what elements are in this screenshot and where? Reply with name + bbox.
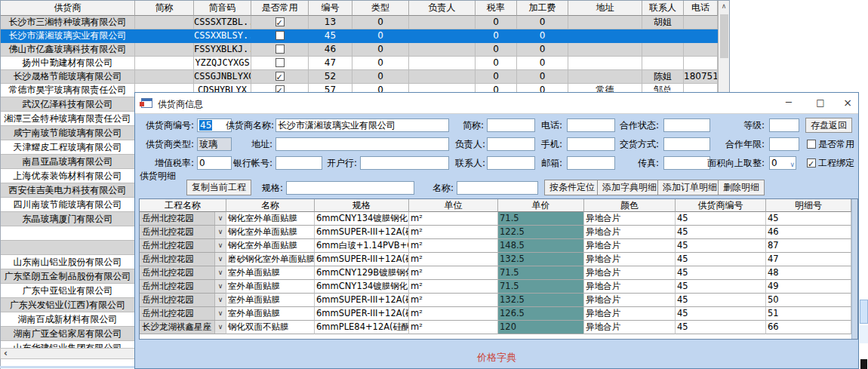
supplier-list-item[interactable]: 山东南山铝业股份有限公司 — [1, 255, 134, 269]
coop-status-field[interactable] — [663, 118, 710, 132]
column-header[interactable]: 是否常用 — [251, 1, 309, 16]
area-round-up-select[interactable]: 0∨ — [769, 156, 796, 170]
detail-row[interactable]: 岳州北控花园∨ 室外单面贴膜 6mmCNY129B镀膜钢化 m² 71.5 异地… — [140, 266, 857, 280]
supplier-row[interactable]: 长沙市三湘特种玻璃有限公司 CSSSXTZBL... 13 0 0 0 胡姐 — [1, 16, 729, 29]
common-checkbox[interactable] — [275, 72, 285, 81]
detail-price-cell[interactable]: 120 — [498, 321, 584, 334]
supplier-list-item[interactable] — [1, 226, 134, 241]
locate-by-condition-button[interactable]: 按条件定位 — [544, 180, 600, 195]
common-checkbox[interactable] — [275, 58, 285, 67]
common-checkbox[interactable] — [275, 17, 285, 26]
grade-field[interactable] — [769, 118, 799, 132]
supplier-list-item[interactable]: 西安佳吉美电力科技有限公司 — [1, 183, 134, 198]
detail-column-header[interactable]: 名称 — [226, 199, 315, 212]
vertical-scrollbar[interactable]: ∧ — [718, 1, 729, 97]
chevron-down-icon[interactable]: ∨ — [214, 307, 226, 320]
supplier-list-item[interactable]: 南昌亚晶玻璃有限公司 — [1, 155, 134, 169]
detail-price-cell[interactable]: 148.5 — [498, 239, 584, 253]
delete-detail-button[interactable]: 删除明细 — [718, 180, 765, 195]
delivery-mode-field[interactable] — [663, 137, 710, 151]
save-return-button[interactable]: 存盘返回 — [805, 118, 852, 133]
supplier-list-item[interactable]: 上海优泰装饰材料有限公司 — [1, 169, 134, 183]
supplier-list-item[interactable]: 湖南百成新材料有限公司 — [1, 312, 134, 327]
detail-row[interactable]: 岳州北控花园∨ 室外单面贴膜 6mmSUPER-III+12A(硅... m² … — [140, 307, 857, 321]
detail-column-header[interactable]: 工程名称 — [140, 199, 226, 212]
bank-account-field[interactable] — [275, 156, 322, 170]
detail-row[interactable]: 长沙龙湖祺鑫星座∨ 钢化双面不贴膜 6mmPLE84+12A(硅酮胶... m²… — [140, 321, 857, 334]
common-use-option[interactable]: 是否常用 — [807, 137, 854, 151]
supplier-list-item[interactable]: 东晶玻璃厦门有限公司 — [1, 212, 134, 226]
supplier-row[interactable]: 佛山市亿鑫玻璃科技有限公司 FSSYXBLKJ... 46 0 0 0 — [1, 43, 729, 57]
column-header[interactable]: 类型 — [352, 1, 409, 16]
name-filter-input[interactable] — [457, 181, 538, 195]
supplier-list-item[interactable]: 武汉亿泽科技有限公司 — [1, 97, 134, 112]
scroll-up-icon[interactable]: ∧ — [719, 1, 729, 11]
add-dict-detail-button[interactable]: 添加字典明细 — [597, 180, 662, 195]
chevron-down-icon[interactable]: ∨ — [214, 239, 226, 252]
short-name-field[interactable] — [487, 118, 535, 132]
detail-price-cell[interactable]: 71.5 — [498, 266, 584, 280]
column-header[interactable]: 编号 — [309, 1, 352, 16]
manager-field[interactable] — [487, 137, 535, 151]
minimize-icon[interactable]: ─ — [777, 93, 801, 114]
common-checkbox[interactable] — [275, 45, 285, 54]
chevron-down-icon[interactable]: ∨ — [214, 266, 226, 279]
column-header[interactable]: 供货商 — [1, 1, 135, 16]
detail-scrollbar[interactable] — [851, 199, 857, 339]
supplier-name-field[interactable]: 长沙市潇湘玻璃实业有限公司 — [275, 118, 449, 132]
detail-row[interactable]: 岳州北控花园∨ 磨砂钢化室外单面贴膜 6mmSUPER-III+12A(硅...… — [140, 253, 857, 266]
supplier-list-item[interactable]: 湖南广亚全铝家居有限公司 — [1, 327, 134, 341]
dialog-titlebar[interactable]: 供货商信息 ─ □ × — [135, 93, 858, 114]
supplier-list-item[interactable]: 广东兴发铝业(江西)有限公司 — [1, 298, 134, 312]
project-bind-checkbox[interactable] — [807, 158, 816, 168]
detail-column-header[interactable]: 规格 — [315, 199, 409, 212]
close-icon[interactable]: × — [836, 93, 859, 114]
detail-column-header[interactable]: 单价 — [498, 199, 584, 212]
address-field[interactable] — [275, 137, 449, 151]
column-header[interactable]: 负责人 — [409, 1, 476, 16]
supplier-list-item[interactable] — [1, 241, 134, 255]
detail-row[interactable]: 岳州北控花园∨ 钢化室外单面贴膜 6mmCNY134镀膜钢化 m² 71.5 异… — [140, 212, 857, 226]
supplier-list-item[interactable]: 四川南玻节能玻璃有限公司 — [1, 198, 134, 212]
detail-price-cell[interactable]: 71.5 — [498, 212, 584, 226]
project-combo[interactable]: 岳州北控花园∨ — [140, 212, 226, 226]
scrollbar-thumb[interactable] — [720, 14, 728, 58]
supplier-row[interactable]: 长沙市潇湘玻璃实业有限公司 CSSXXBLSY... 45 0 0 0 — [1, 29, 729, 43]
maximize-icon[interactable]: □ — [808, 93, 833, 114]
column-header[interactable]: 简音码 — [194, 1, 251, 16]
add-order-detail-button[interactable]: 添加订单明细 — [657, 180, 722, 195]
coop-years-field[interactable] — [769, 137, 799, 151]
chevron-down-icon[interactable]: ∨ — [214, 321, 226, 334]
project-bind-option[interactable]: 工程绑定 — [807, 156, 854, 170]
supplier-row[interactable]: 长沙晟格节能玻璃有限公司 CSSGJNBLYXGS 52 0 0 0 陈姐 18… — [1, 70, 729, 84]
detail-column-header[interactable]: 明细号 — [766, 199, 851, 212]
scroll-left-icon[interactable]: ‹ — [4, 349, 8, 358]
column-header[interactable]: 联系人 — [642, 1, 684, 16]
spec-filter-input[interactable] — [286, 181, 414, 195]
detail-row[interactable]: 岳州北控花园∨ 室外单面贴膜 6mmSUPER-III+12A(硅... m² … — [140, 294, 857, 307]
detail-price-cell[interactable]: 132.5 — [498, 294, 584, 307]
detail-row[interactable]: 岳州北控花园∨ 室外单面贴膜 6mmCNY134镀膜钢化 m² 71.5 异地合… — [140, 280, 857, 294]
bank-branch-field[interactable] — [360, 156, 449, 170]
fax-field[interactable] — [663, 156, 710, 170]
column-header[interactable]: 简称 — [135, 1, 194, 16]
detail-price-cell[interactable]: 132.5 — [498, 253, 584, 266]
chevron-down-icon[interactable]: ∨ — [214, 226, 226, 238]
detail-row[interactable]: 岳州北控花园∨ 钢化室外单面贴膜 6mm白玻+1.14PVB+6mm... m²… — [140, 239, 857, 253]
project-combo[interactable]: 长沙龙湖祺鑫星座∨ — [140, 321, 226, 334]
detail-column-header[interactable]: 供货商编号 — [676, 199, 766, 212]
detail-price-cell[interactable]: 71.5 — [498, 280, 584, 294]
column-header[interactable]: 税率 — [476, 1, 517, 16]
horizontal-scrollbar[interactable]: ‹ — [0, 348, 135, 359]
supplier-list-item[interactable]: 咸宁南玻节能玻璃有限公司 — [1, 126, 134, 140]
column-header[interactable]: 电话 — [684, 1, 718, 16]
supplier-list-item[interactable]: 广东坚朗五金制品股份有限公司 — [1, 269, 134, 284]
project-combo[interactable]: 岳州北控花园∨ — [140, 307, 226, 321]
supplier-list-item[interactable]: 广东中亚铝业有限公司 — [1, 284, 134, 298]
detail-column-header[interactable]: 颜色 — [584, 199, 676, 212]
common-checkbox[interactable] — [275, 31, 285, 40]
supplier-list-item[interactable]: 天津耀皮工程玻璃有限公司 — [1, 140, 134, 155]
project-combo[interactable]: 岳州北控花园∨ — [140, 266, 226, 280]
copy-current-project-button[interactable]: 复制当前工程 — [186, 180, 251, 195]
supplier-list-item[interactable]: 湘潭三金特种玻璃有限责任公司 — [1, 112, 134, 126]
